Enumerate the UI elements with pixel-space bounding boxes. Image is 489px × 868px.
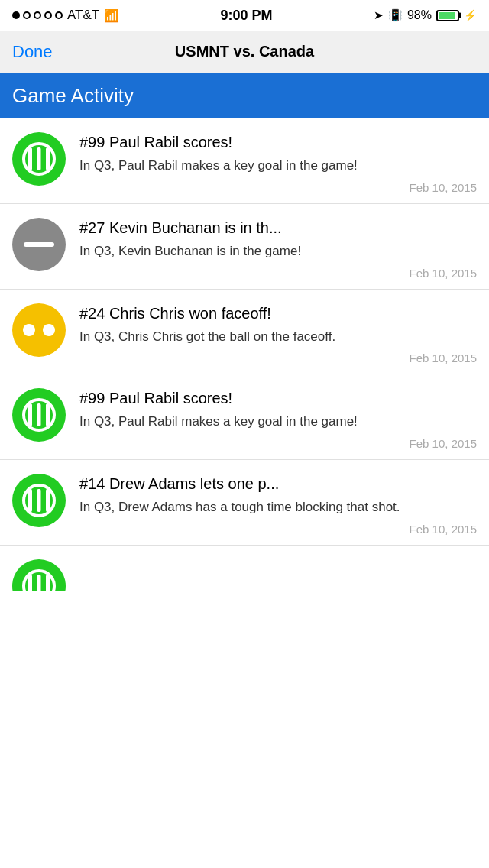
activity-content-3: #24 Chris Chris won faceoff! In Q3, Chri… (79, 303, 477, 365)
activity-description: In Q3, Chris Chris got the ball on the f… (79, 328, 477, 346)
activity-content-1: #99 Paul Rabil scores! In Q3, Paul Rabil… (79, 132, 477, 194)
activity-date: Feb 10, 2015 (79, 181, 477, 194)
faceoff-dot-right (43, 324, 55, 336)
icon-right-bar (46, 147, 50, 170)
activity-content-5: #14 Drew Adams lets one p... In Q3, Drew… (79, 474, 477, 536)
activity-description: In Q3, Paul Rabil makes a key goal in th… (79, 157, 477, 175)
activity-icon-3 (12, 303, 66, 357)
activity-title: #99 Paul Rabil scores! (79, 388, 477, 408)
carrier-label: AT&T (67, 8, 99, 23)
activity-description: In Q3, Drew Adams has a tough time block… (79, 498, 477, 517)
status-left: AT&T 📶 (12, 8, 119, 23)
list-item[interactable]: #24 Chris Chris won faceoff! In Q3, Chri… (0, 290, 489, 375)
list-item[interactable]: #99 Paul Rabil scores! In Q3, Paul Rabil… (0, 374, 489, 460)
nav-bar: Done USMNT vs. Canada (0, 31, 489, 73)
list-item[interactable]: #99 Paul Rabil scores! In Q3, Paul Rabil… (0, 118, 489, 204)
charging-icon: ⚡ (464, 9, 477, 21)
wifi-icon: 📶 (104, 8, 119, 23)
activity-description: In Q3, Kevin Buchanan is in the game! (79, 242, 477, 261)
icon-left-bar (28, 489, 32, 512)
activity-date: Feb 10, 2015 (79, 523, 477, 536)
nav-title: USMNT vs. Canada (175, 43, 314, 60)
signal-dot-3 (34, 11, 41, 19)
status-bar: AT&T 📶 9:00 PM ➤ 📳 98% ⚡ (0, 0, 489, 31)
list-item[interactable]: #27 Kevin Buchanan is in th... In Q3, Ke… (0, 204, 489, 290)
battery-box (436, 10, 459, 21)
activity-title: #27 Kevin Buchanan is in th... (79, 218, 477, 238)
signal-dot-1 (12, 11, 20, 19)
icon-right-bar (46, 575, 50, 591)
battery-fill (439, 12, 455, 19)
status-time: 9:00 PM (221, 8, 273, 24)
signal-dots (12, 11, 63, 19)
list-item[interactable]: #14 Drew Adams lets one p... In Q3, Drew… (0, 460, 489, 546)
icon-left-bar (28, 575, 32, 591)
activity-content-6 (79, 559, 477, 564)
icon-right-bar (46, 403, 50, 426)
icon-left-bar (28, 403, 32, 426)
lacrosse-icon (22, 484, 56, 517)
activity-date: Feb 10, 2015 (79, 437, 477, 450)
section-header: Game Activity (0, 73, 489, 118)
faceoff-dot-left (23, 324, 35, 336)
signal-dot-2 (23, 11, 31, 19)
lacrosse-icon (22, 569, 56, 591)
activity-date: Feb 10, 2015 (79, 267, 477, 280)
activity-title: #14 Drew Adams lets one p... (79, 474, 477, 494)
activity-icon-2 (12, 218, 66, 271)
icon-left-bar (28, 147, 32, 170)
activity-content-2: #27 Kevin Buchanan is in th... In Q3, Ke… (79, 218, 477, 280)
activity-icon-1 (12, 132, 66, 186)
activity-icon-6 (12, 559, 66, 591)
signal-dot-5 (55, 11, 63, 19)
battery-percent: 98% (407, 8, 432, 22)
activity-icon-4 (12, 388, 66, 442)
activity-list: #99 Paul Rabil scores! In Q3, Paul Rabil… (0, 118, 489, 591)
section-header-text: Game Activity (12, 84, 134, 107)
lacrosse-icon (22, 142, 56, 176)
activity-title: #24 Chris Chris won faceoff! (79, 303, 477, 323)
faceoff-dots-icon (23, 324, 55, 336)
status-right: ➤ 📳 98% ⚡ (374, 8, 477, 22)
battery-indicator (436, 10, 459, 21)
activity-title: #99 Paul Rabil scores! (79, 132, 477, 152)
minus-icon (24, 242, 54, 247)
bluetooth-icon: 📳 (388, 8, 403, 22)
icon-right-bar (46, 489, 50, 512)
activity-description: In Q3, Paul Rabil makes a key goal in th… (79, 413, 477, 431)
location-icon: ➤ (374, 8, 384, 22)
activity-date: Feb 10, 2015 (79, 351, 477, 364)
activity-icon-5 (12, 474, 66, 527)
activity-content-4: #99 Paul Rabil scores! In Q3, Paul Rabil… (79, 388, 477, 450)
lacrosse-icon (22, 398, 56, 432)
done-button[interactable]: Done (12, 42, 53, 62)
signal-dot-4 (44, 11, 52, 19)
list-item-partial[interactable] (0, 546, 489, 591)
